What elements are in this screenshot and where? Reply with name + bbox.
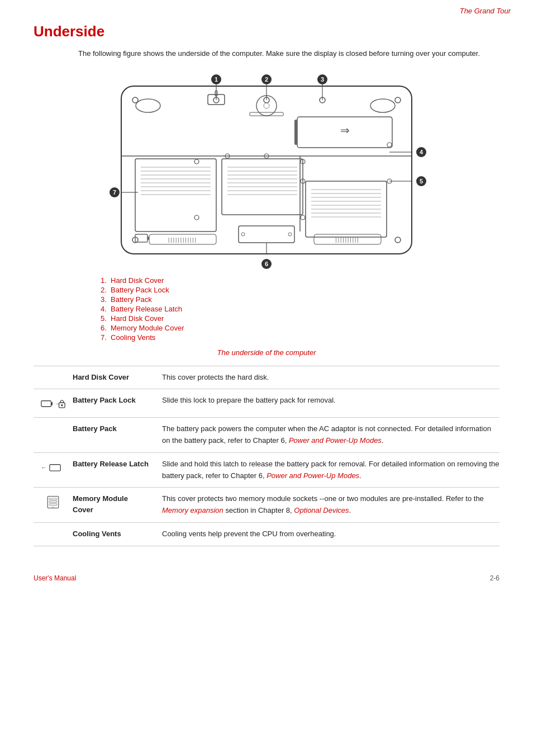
term-battery-latch: Battery Release Latch [73, 459, 162, 470]
battery-latch-link[interactable]: Power and Power-Up Modes [266, 471, 359, 480]
svg-rect-92 [50, 465, 60, 471]
icon-col-battery-lock: → [34, 395, 73, 412]
desc-memory: This cover protects two memory module so… [162, 493, 499, 517]
icon-col-battery-pack [34, 423, 73, 424]
icon-col-hard-disk [34, 372, 73, 373]
svg-point-90 [61, 404, 63, 407]
svg-text:5: 5 [420, 178, 423, 185]
svg-text:→: → [55, 400, 61, 407]
term-memory: Memory ModuleCover [73, 493, 162, 515]
svg-text:3: 3 [321, 76, 324, 83]
term-hard-disk: Hard Disk Cover [73, 372, 162, 383]
svg-rect-97 [52, 508, 54, 509]
svg-text:2: 2 [265, 76, 268, 83]
list-item: 6. Memory Module Cover [101, 324, 499, 332]
table-row: Hard Disk Cover This cover protects the … [34, 366, 499, 390]
list-item: 3. Battery Pack [101, 295, 499, 304]
diagram-area: 1 2 3 4 5 6 [34, 69, 499, 271]
svg-rect-72 [147, 237, 149, 240]
term-cooling: Cooling Vents [73, 528, 162, 540]
memory-icon [41, 494, 65, 510]
main-content: Underside The following figure shows the… [0, 17, 533, 557]
table-row: ← Battery Release Latch Slide and hold t… [34, 453, 499, 488]
svg-text:||||||||||||: |||||||||||| [168, 237, 197, 243]
table-row: → Battery Pack Lock Slide this lock to p… [34, 389, 499, 418]
laptop-diagram: 1 2 3 4 5 6 [104, 69, 429, 271]
list-item: 7. Cooling Vents [101, 333, 499, 342]
page-footer: User's Manual 2-6 [0, 569, 533, 588]
table-row: Memory ModuleCover This cover protects t… [34, 488, 499, 523]
icon-col-cooling [34, 528, 73, 530]
table-row: Battery Pack The battery pack powers the… [34, 418, 499, 453]
memory-link1[interactable]: Memory expansion [162, 506, 223, 514]
term-battery-lock: Battery Pack Lock [73, 395, 162, 406]
svg-rect-0 [121, 86, 412, 254]
footer-page-number: 2-6 [490, 574, 499, 582]
svg-rect-86 [41, 401, 51, 407]
battery-pack-link[interactable]: Power and Power-Up Modes [289, 436, 382, 445]
battery-latch-icon: ← [41, 460, 65, 475]
term-battery-pack: Battery Pack [73, 423, 162, 434]
svg-text:1: 1 [215, 76, 218, 83]
svg-text:7: 7 [113, 189, 116, 196]
memory-link2[interactable]: Optional Devices [294, 506, 349, 514]
list-item: 1. Hard Disk Cover [101, 276, 499, 285]
svg-text:6: 6 [265, 261, 268, 267]
svg-rect-87 [51, 403, 53, 405]
numbered-list: 1. Hard Disk Cover 2. Battery Pack Lock … [101, 276, 499, 342]
svg-text:4: 4 [420, 149, 423, 155]
footer-manual-label: User's Manual [34, 574, 76, 582]
header-title: The Grand Tour [460, 7, 511, 15]
icon-col-battery-latch: ← [34, 459, 73, 475]
svg-text:||||||||||: |||||||||| [335, 237, 359, 243]
desc-battery-latch: Slide and hold this latch to release the… [162, 459, 499, 482]
svg-rect-96 [49, 504, 57, 505]
svg-rect-33 [294, 120, 297, 145]
component-table: Hard Disk Cover This cover protects the … [34, 366, 499, 546]
desc-hard-disk: This cover protects the hard disk. [162, 372, 499, 384]
diagram-caption: The underside of the computer [34, 348, 499, 357]
icon-col-memory [34, 493, 73, 510]
diagram-svg: 1 2 3 4 5 6 [104, 69, 429, 271]
desc-battery-lock: Slide this lock to prepare the battery p… [162, 395, 499, 407]
desc-battery-pack: The battery pack powers the computer whe… [162, 423, 499, 447]
table-row: Cooling Vents Cooling vents help prevent… [34, 523, 499, 546]
svg-text:←: ← [41, 464, 47, 470]
svg-rect-94 [49, 498, 57, 500]
page-header: The Grand Tour [0, 0, 533, 17]
desc-cooling: Cooling vents help prevent the CPU from … [162, 528, 499, 540]
battery-lock-icon: → [41, 396, 65, 412]
list-item: 2. Battery Pack Lock [101, 286, 499, 294]
list-item: 4. Battery Release Latch [101, 305, 499, 313]
list-item: 5. Hard Disk Cover [101, 314, 499, 323]
svg-text:⇒: ⇒ [340, 124, 350, 136]
intro-text: The following figure shows the underside… [78, 48, 499, 59]
svg-rect-95 [49, 501, 57, 503]
section-title: Underside [34, 23, 499, 40]
